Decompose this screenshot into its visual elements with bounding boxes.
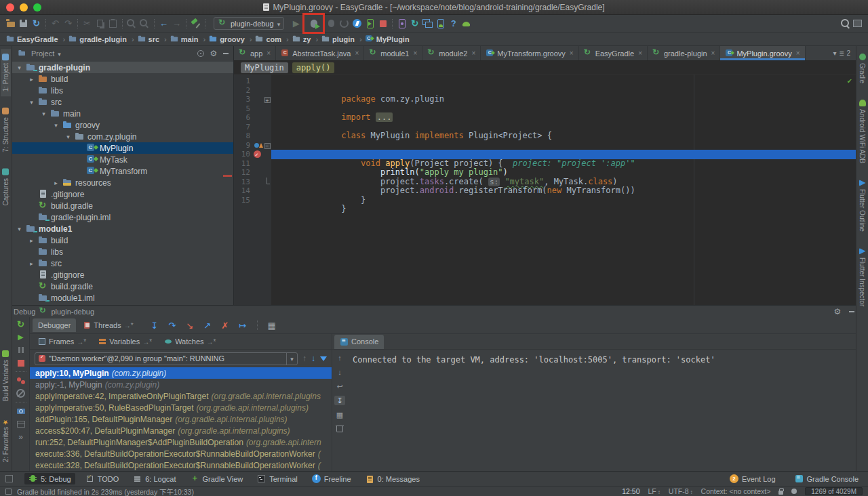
breadcrumb-item[interactable]: plugin xyxy=(321,35,365,43)
fold-marker[interactable] xyxy=(263,186,271,196)
breadcrumb-item[interactable]: com xyxy=(254,35,291,43)
chevron-down-icon[interactable] xyxy=(58,49,61,58)
fullscreen-window-button[interactable] xyxy=(33,3,41,12)
view-breakpoints-icon[interactable] xyxy=(15,375,27,386)
highlighting-level-icon[interactable] xyxy=(791,489,797,494)
code-line[interactable]: 15 xyxy=(234,196,856,205)
breadcrumb-item[interactable]: gradle-plugin xyxy=(68,35,136,43)
code-line[interactable]: 12 project.android.registerTransform(new… xyxy=(234,168,856,178)
chevron-down-icon[interactable] xyxy=(833,49,836,57)
filter-icon[interactable] xyxy=(320,356,327,361)
tab-console[interactable]: Console xyxy=(334,335,384,349)
tool-stripe-button[interactable]: Build Variants xyxy=(1,346,11,406)
close-icon[interactable]: × xyxy=(570,49,574,57)
close-icon[interactable]: × xyxy=(472,49,476,57)
navigate-back-icon[interactable] xyxy=(157,18,170,29)
gutter-marker[interactable] xyxy=(253,168,263,178)
line-number[interactable]: 15 xyxy=(234,196,253,205)
gutter-marker[interactable] xyxy=(253,159,263,169)
sync-icon[interactable] xyxy=(30,18,43,29)
gutter-marker[interactable] xyxy=(253,131,263,141)
tree-row[interactable]: MyTask xyxy=(12,154,233,165)
gear-icon[interactable] xyxy=(209,47,218,59)
stop-icon[interactable] xyxy=(15,358,27,368)
toolwindow-button[interactable]: 2 Event Log xyxy=(726,473,780,484)
code-line[interactable]: 10 println("apply my plugin") xyxy=(234,150,856,159)
tree-toggle-icon[interactable]: ▸ xyxy=(27,260,36,267)
tool-stripe-button[interactable]: Android WiFi ADB xyxy=(857,95,867,168)
fold-marker[interactable] xyxy=(263,178,271,187)
fold-marker[interactable] xyxy=(263,123,271,132)
undo-icon[interactable] xyxy=(49,18,62,29)
tree-toggle-icon[interactable]: ▸ xyxy=(52,180,60,186)
tree-row[interactable]: ▸ build xyxy=(12,73,233,85)
stack-frame[interactable]: apply:10, MyPlugin (com.zy.plugin) xyxy=(30,367,332,379)
tree-row[interactable]: .gitignore xyxy=(12,269,233,281)
tool-stripe-button[interactable]: 7: Structure xyxy=(1,103,11,157)
toolwindow-button[interactable]: 0: Messages xyxy=(361,473,424,484)
breadcrumb-item[interactable]: main xyxy=(170,35,208,43)
drop-frame-icon[interactable] xyxy=(219,320,231,331)
gear-icon[interactable] xyxy=(833,307,842,316)
code-line[interactable]: 9 void apply(Project project) { project:… xyxy=(234,141,856,150)
tool-stripe-button[interactable]: 1: Project xyxy=(1,49,11,96)
breadcrumb-chip[interactable]: apply() xyxy=(292,62,335,73)
stack-frame[interactable]: addPlugin:165, DefaultPluginManager (org… xyxy=(30,413,332,425)
close-icon[interactable]: × xyxy=(267,49,271,57)
redo-icon[interactable] xyxy=(62,18,75,29)
restore-layout-icon[interactable] xyxy=(15,419,27,429)
previous-frame-icon[interactable] xyxy=(302,354,307,363)
tool-stripe-button[interactable]: 2: Favorites xyxy=(1,413,11,467)
open-icon[interactable] xyxy=(4,18,17,29)
tree-row[interactable]: ▾ main xyxy=(12,108,233,119)
toolwindow-button[interactable]: 5: Debug xyxy=(24,473,75,484)
up-stack-icon[interactable] xyxy=(334,353,345,363)
breadcrumb-item[interactable]: EasyGradle xyxy=(5,35,68,43)
close-icon[interactable]: × xyxy=(711,49,715,57)
soft-wrap-icon[interactable] xyxy=(334,381,345,391)
tree-row[interactable]: .gitignore xyxy=(12,188,233,200)
line-number[interactable]: 1 xyxy=(234,77,253,86)
sdk-manager-icon[interactable] xyxy=(460,18,473,29)
gutter-marker[interactable] xyxy=(253,104,263,114)
line-number[interactable]: 13 xyxy=(234,178,253,187)
tree-toggle-icon[interactable]: ▾ xyxy=(15,226,24,232)
find-usages-icon[interactable] xyxy=(138,18,151,29)
flutter-attach-icon[interactable] xyxy=(351,18,363,29)
tree-row[interactable]: MyTransform xyxy=(12,165,233,177)
fold-marker[interactable] xyxy=(263,150,271,159)
background-tasks-icon[interactable] xyxy=(5,489,12,495)
line-number[interactable]: 9 xyxy=(234,141,253,150)
code-line[interactable]: 7 xyxy=(234,123,856,132)
tree-row[interactable]: MyPlugin xyxy=(12,142,233,154)
close-icon[interactable]: × xyxy=(413,49,417,57)
tree-toggle-icon[interactable]: ▾ xyxy=(64,133,73,140)
code-editor[interactable]: 1 package com.zy.plugin 2 xyxy=(234,75,856,305)
gutter-marker[interactable] xyxy=(253,186,263,196)
gutter-marker[interactable] xyxy=(253,86,263,96)
encoding-widget[interactable]: UTF-8 xyxy=(669,487,693,495)
paste-icon[interactable] xyxy=(106,18,119,29)
tree-row[interactable]: libs xyxy=(12,246,233,257)
code-line[interactable]: 5 xyxy=(234,104,856,114)
tree-toggle-icon[interactable]: ▾ xyxy=(39,110,48,117)
tree-toggle-icon[interactable]: ▾ xyxy=(15,64,24,71)
breadcrumb-item[interactable]: src xyxy=(137,35,170,43)
debugger-view-tab[interactable]: Variables →* xyxy=(93,335,157,348)
tree-row[interactable]: ▸ src xyxy=(12,257,233,269)
editor-tab[interactable]: AbstractTask.java × xyxy=(276,46,364,60)
stack-frame[interactable]: applyImperative:42, ImperativeOnlyPlugin… xyxy=(30,390,332,402)
editor-tab[interactable]: EasyGradle × xyxy=(579,46,648,60)
line-number[interactable]: 6 xyxy=(234,113,253,123)
tree-row[interactable]: libs xyxy=(12,85,233,96)
tab-debugger[interactable]: Debugger xyxy=(33,318,76,332)
tree-row[interactable]: gradle-plugin.iml xyxy=(12,211,233,223)
tree-row[interactable]: ▾ module1 xyxy=(12,223,233,234)
layout-inspector-icon[interactable] xyxy=(421,18,434,29)
gutter-marker[interactable] xyxy=(253,77,263,86)
coverage-icon[interactable] xyxy=(338,18,351,29)
toolwindow-button[interactable]: TODO xyxy=(81,473,123,484)
hide-panel-icon[interactable] xyxy=(849,311,854,312)
locate-file-icon[interactable] xyxy=(197,50,204,57)
tree-toggle-icon[interactable]: ▾ xyxy=(52,122,60,129)
